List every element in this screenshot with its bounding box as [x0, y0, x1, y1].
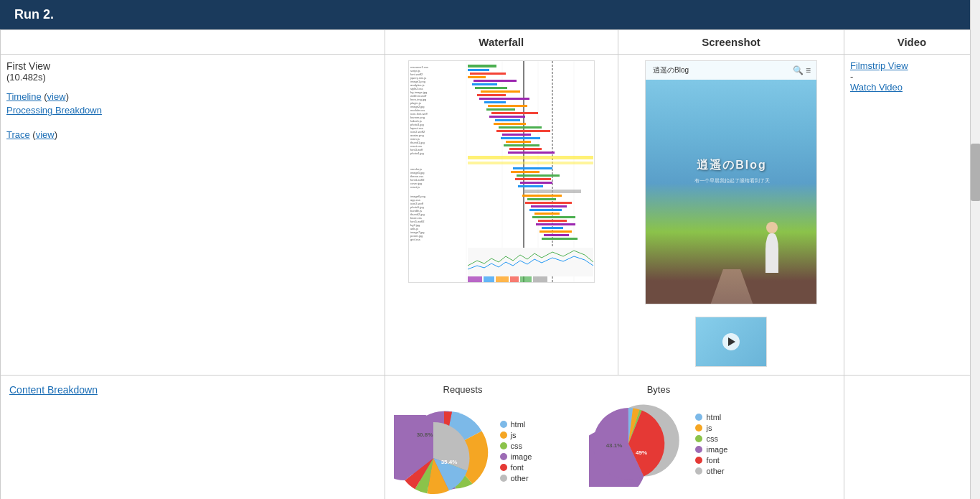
svg-rect-94 [544, 234, 569, 236]
first-view-title: First View [6, 60, 379, 72]
svg-rect-59 [513, 167, 552, 169]
svg-rect-102 [510, 276, 519, 282]
trace-view-link[interactable]: view [36, 129, 55, 140]
video-header: Video [844, 30, 980, 55]
girl-head [766, 222, 778, 233]
requests-pie-container: 35.4% 30.8% [394, 401, 494, 499]
blog-main-title: 逍遥のBlog [694, 158, 770, 173]
blog-header: 逍遥のBlog 🔍 ≡ [646, 61, 817, 80]
svg-rect-101 [496, 276, 509, 282]
svg-rect-100 [484, 276, 494, 282]
waterfall-chart[interactable]: resource1.css script.js font.woff2 jquer… [408, 60, 595, 283]
js-dot [500, 432, 507, 439]
trace-row: Trace (view) [6, 129, 379, 140]
bytes-legend-font: font [695, 456, 727, 465]
blog-nav-icons: 🔍 ≡ [793, 65, 811, 75]
svg-text:grid.css: grid.css [410, 238, 420, 241]
waterfall-header: Waterfall [385, 30, 618, 55]
svg-rect-57 [468, 156, 593, 159]
bytes-other-dot [695, 467, 702, 475]
svg-rect-11 [470, 73, 506, 75]
scrollbar-thumb[interactable] [971, 144, 980, 201]
svg-rect-7 [468, 65, 496, 67]
svg-rect-76 [525, 202, 572, 204]
video-thumbnail-img[interactable] [695, 317, 767, 367]
svg-rect-39 [494, 123, 526, 125]
requests-legend-other: other [500, 474, 532, 482]
screenshot-header: Screenshot [618, 30, 844, 55]
svg-rect-99 [468, 276, 482, 282]
bytes-legend-js: js [695, 424, 727, 432]
requests-chart-row: 35.4% 30.8% html [394, 401, 532, 499]
svg-rect-67 [520, 182, 552, 184]
timeline-link[interactable]: Timeline [6, 91, 42, 102]
requests-legend-css: css [500, 442, 532, 450]
svg-rect-33 [491, 112, 538, 114]
svg-rect-29 [488, 105, 527, 107]
bytes-pie-container: 43.1% 49% [589, 401, 689, 489]
charts-cell: Requests [385, 376, 844, 500]
play-icon [728, 337, 735, 346]
svg-rect-15 [473, 80, 517, 82]
svg-rect-45 [502, 134, 531, 136]
processing-breakdown-link[interactable]: Processing Breakdown [6, 105, 102, 116]
svg-text:react.js: react.js [410, 185, 420, 189]
svg-rect-65 [515, 178, 551, 180]
svg-rect-71 [524, 190, 581, 193]
svg-rect-27 [484, 101, 506, 103]
svg-rect-92 [540, 230, 572, 233]
bytes-chart-label: Bytes [589, 384, 727, 395]
run-title: Run 2. [14, 7, 54, 22]
processing-breakdown-row: Processing Breakdown [6, 105, 379, 116]
trace-link[interactable]: Trace [6, 129, 30, 140]
svg-rect-37 [495, 119, 520, 121]
bytes-html-dot [695, 414, 702, 421]
other-dot [500, 475, 507, 482]
svg-text:photo4.jpg: photo4.jpg [410, 151, 424, 155]
timeline-view-link[interactable]: view [47, 91, 66, 102]
bytes-css-dot [695, 435, 702, 442]
blog-figure [765, 222, 778, 273]
blog-title: 逍遥のBlog [653, 65, 689, 75]
svg-rect-25 [479, 98, 529, 100]
svg-text:49%: 49% [636, 449, 647, 456]
blog-screenshot: 逍遥のBlog 🔍 ≡ 逍遥のBlog 有一个早晨我抬起了眼睛看到了天 [645, 60, 817, 304]
video-cell: Filmstrip View - Watch Video [844, 55, 980, 376]
svg-rect-103 [520, 276, 532, 282]
font-dot [500, 464, 507, 471]
girl-body [765, 233, 778, 273]
timeline-row: Timeline (view) [6, 91, 379, 102]
svg-rect-41 [499, 126, 542, 129]
svg-rect-58 [468, 162, 593, 164]
svg-rect-84 [532, 216, 575, 218]
content-breakdown-video-cell [844, 376, 980, 500]
blog-image: 逍遥のBlog 🔍 ≡ 逍遥のBlog 有一个早晨我抬起了眼睛看到了天 [646, 61, 817, 304]
content-breakdown-link[interactable]: Content Breakdown [9, 384, 98, 396]
svg-rect-63 [517, 174, 560, 177]
bytes-js-dot [695, 424, 702, 432]
svg-rect-86 [538, 220, 567, 222]
css-dot [500, 442, 507, 449]
svg-rect-31 [486, 108, 515, 111]
video-thumbnail-area [624, 311, 838, 369]
image-dot [500, 453, 507, 460]
waterfall-cell: resource1.css script.js font.woff2 jquer… [385, 55, 618, 376]
svg-rect-43 [496, 130, 550, 132]
bytes-legend-image: image [695, 445, 727, 454]
svg-rect-80 [529, 209, 562, 211]
charts-container: Requests [394, 384, 836, 499]
svg-text:43.1%: 43.1% [606, 442, 623, 449]
scrollbar[interactable] [970, 0, 980, 499]
svg-rect-47 [501, 137, 540, 139]
play-button[interactable] [722, 333, 740, 350]
requests-chart-label: Requests [394, 384, 532, 395]
blog-overlay-text: 逍遥のBlog 有一个早晨我抬起了眼睛看到了天 [694, 158, 770, 185]
filmstrip-view-link[interactable]: Filmstrip View [850, 60, 908, 71]
first-view-time: (10.482s) [6, 72, 379, 83]
column-headers: Waterfall Screenshot Video [1, 30, 980, 55]
watch-video-link[interactable]: Watch Video [850, 82, 903, 93]
svg-rect-74 [527, 198, 556, 200]
bytes-chart: Bytes [589, 384, 727, 489]
blog-road [710, 269, 753, 304]
bytes-chart-row: 43.1% 49% html [589, 401, 727, 489]
